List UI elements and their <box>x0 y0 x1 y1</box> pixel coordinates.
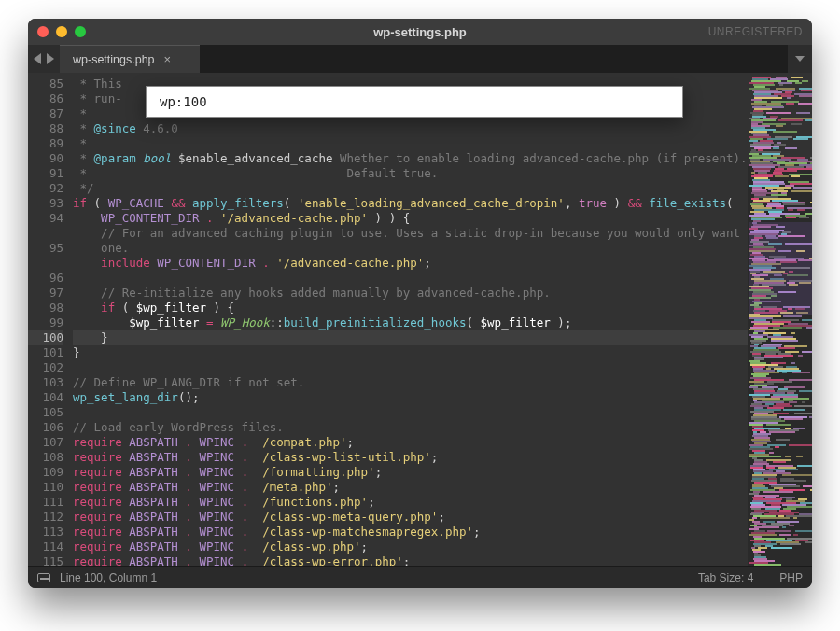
file-tab-label: wp-settings.php <box>73 53 155 66</box>
line-number: 99 <box>28 316 63 330</box>
line-number: 106 <box>28 420 63 435</box>
nav-forward-icon[interactable] <box>47 53 54 64</box>
line-number: 92 <box>28 181 63 196</box>
status-syntax[interactable]: PHP <box>779 571 803 584</box>
line-number: 97 <box>28 286 63 301</box>
code-line[interactable]: // For an advanced caching plugin to use… <box>73 226 748 241</box>
tab-overflow-button[interactable] <box>788 45 812 73</box>
code-line[interactable]: // Re-initialize any hooks added manuall… <box>73 286 748 301</box>
line-number: 103 <box>28 375 63 390</box>
minimap[interactable] <box>748 73 813 566</box>
code-line[interactable]: } <box>73 330 748 345</box>
line-number: 114 <box>28 540 63 554</box>
code-line[interactable]: require ABSPATH . WPINC . '/class-wp-mat… <box>73 525 748 540</box>
line-number: 101 <box>28 345 63 360</box>
line-number: 100 <box>28 330 63 345</box>
code-line[interactable]: require ABSPATH . WPINC . '/class-wp-met… <box>73 510 748 525</box>
code-line[interactable]: * @since 4.6.0 <box>73 121 748 136</box>
code-line[interactable]: require ABSPATH . WPINC . '/meta.php'; <box>73 480 748 495</box>
code-line[interactable]: if ( $wp_filter ) { <box>73 301 748 316</box>
line-number: 104 <box>28 390 63 405</box>
line-number: 112 <box>28 510 63 525</box>
line-number: 105 <box>28 405 63 420</box>
code-line[interactable] <box>73 405 748 420</box>
line-number: 90 <box>28 151 63 166</box>
titlebar: wp-settings.php UNREGISTERED <box>28 19 812 45</box>
code-line[interactable]: // Load early WordPress files. <box>73 420 748 435</box>
line-number: 94 <box>28 211 63 226</box>
history-nav <box>28 45 60 73</box>
editor-window: wp-settings.php UNREGISTERED wp-settings… <box>28 19 812 588</box>
line-number: 108 <box>28 450 63 465</box>
code-line[interactable] <box>73 271 748 286</box>
code-line[interactable]: require ABSPATH . WPINC . '/compat.php'; <box>73 435 748 450</box>
line-number <box>28 256 63 271</box>
tab-bar: wp-settings.php × <box>28 45 812 73</box>
line-number: 88 <box>28 121 63 136</box>
code-line[interactable]: include WP_CONTENT_DIR . '/advanced-cach… <box>73 256 748 271</box>
line-number: 93 <box>28 196 63 211</box>
line-number: 86 <box>28 91 63 106</box>
code-line[interactable]: if ( WP_CACHE && apply_filters( 'enable_… <box>73 196 748 211</box>
code-line[interactable]: require ABSPATH . WPINC . '/class-wp.php… <box>73 540 748 554</box>
line-number-gutter: 8586878889909192939495969798991001011021… <box>28 77 73 566</box>
code-line[interactable]: // Define WP_LANG_DIR if not set. <box>73 375 748 390</box>
line-number: 85 <box>28 77 63 91</box>
line-number: 96 <box>28 271 63 286</box>
panel-toggle-icon[interactable] <box>37 573 50 582</box>
code-line[interactable]: $wp_filter = WP_Hook::build_preinitializ… <box>73 316 748 330</box>
line-number: 110 <box>28 480 63 495</box>
line-number: 107 <box>28 435 63 450</box>
code-editor[interactable]: 8586878889909192939495969798991001011021… <box>28 73 748 566</box>
editor-area: 8586878889909192939495969798991001011021… <box>28 73 812 566</box>
line-number <box>28 226 63 241</box>
status-bar: Line 100, Column 1 Tab Size: 4 PHP <box>28 566 812 588</box>
code-line[interactable]: require ABSPATH . WPINC . '/functions.ph… <box>73 495 748 510</box>
code-line[interactable]: } <box>73 345 748 360</box>
line-number: 87 <box>28 106 63 121</box>
code-line[interactable]: WP_CONTENT_DIR . '/advanced-cache.php' )… <box>73 211 748 226</box>
code-line[interactable]: */ <box>73 181 748 196</box>
code-line[interactable] <box>73 360 748 375</box>
line-number: 102 <box>28 360 63 375</box>
line-number: 111 <box>28 495 63 510</box>
code-line[interactable]: require ABSPATH . WPINC . '/formatting.p… <box>73 465 748 480</box>
code-line[interactable]: * @param bool $enable_advanced_cache Whe… <box>73 151 748 166</box>
code-line[interactable]: require ABSPATH . WPINC . '/class-wp-lis… <box>73 450 748 465</box>
close-tab-icon[interactable]: × <box>164 53 172 65</box>
goto-overlay <box>146 86 683 118</box>
code-content[interactable]: * This * run- * * @since 4.6.0 * * @para… <box>73 77 748 566</box>
window-title: wp-settings.php <box>28 25 812 39</box>
line-number: 109 <box>28 465 63 480</box>
code-line[interactable]: one. <box>73 241 748 256</box>
line-number: 98 <box>28 301 63 316</box>
chevron-down-icon <box>795 56 805 62</box>
line-number: 113 <box>28 525 63 540</box>
code-line[interactable]: * Default true. <box>73 166 748 181</box>
nav-back-icon[interactable] <box>34 53 41 64</box>
line-number: 89 <box>28 136 63 151</box>
code-line[interactable]: * <box>73 136 748 151</box>
line-number: 91 <box>28 166 63 181</box>
line-number: 115 <box>28 554 63 566</box>
line-number: 95 <box>28 241 63 256</box>
code-line[interactable]: require ABSPATH . WPINC . '/class-wp-err… <box>73 554 748 566</box>
file-tab[interactable]: wp-settings.php × <box>60 45 200 73</box>
goto-input[interactable] <box>160 94 669 109</box>
code-line[interactable]: wp_set_lang_dir(); <box>73 390 748 405</box>
status-tab-size[interactable]: Tab Size: 4 <box>698 571 753 584</box>
status-cursor-position[interactable]: Line 100, Column 1 <box>60 571 157 584</box>
